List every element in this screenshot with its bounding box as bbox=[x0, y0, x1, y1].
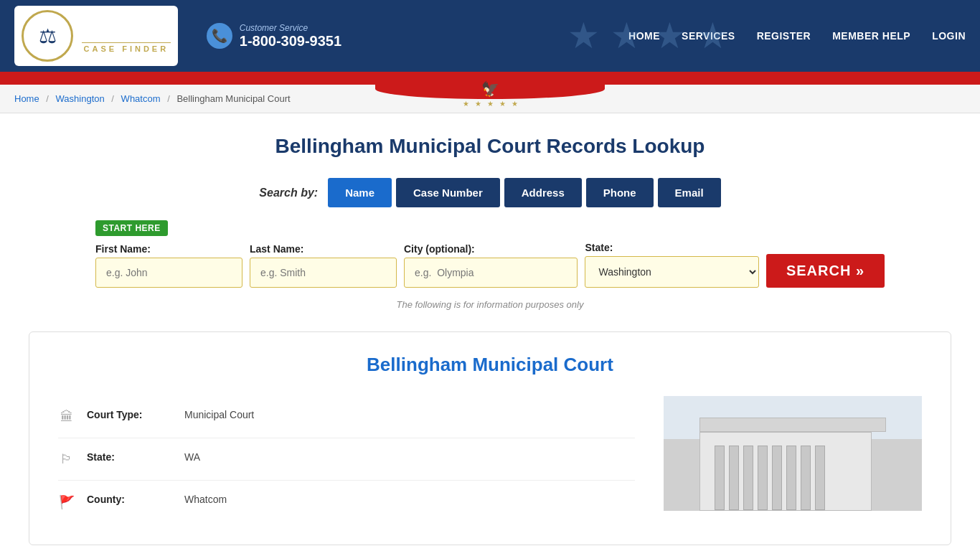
breadcrumb-sep: / bbox=[111, 93, 114, 104]
search-by-label: Search by: bbox=[259, 187, 318, 199]
customer-service-area: 📞 Customer Service 1-800-309-9351 bbox=[207, 23, 341, 50]
column bbox=[743, 446, 753, 510]
last-name-group: Last Name: bbox=[250, 243, 397, 288]
phone-text-block: Customer Service 1-800-309-9351 bbox=[240, 23, 341, 50]
building-icon: 🏛 bbox=[58, 410, 75, 425]
court-type-label: Court Type: bbox=[87, 409, 173, 420]
map-icon: 🚩 bbox=[58, 494, 75, 510]
column bbox=[772, 446, 782, 510]
eagle-emblem: 🦅 ★ ★ ★ ★ ★ bbox=[375, 79, 605, 99]
court-type-value: Municipal Court bbox=[184, 409, 254, 420]
star-icon: ★ bbox=[611, 15, 643, 57]
breadcrumb-current: Bellingham Municipal Court bbox=[176, 93, 290, 104]
star-icon: ★ bbox=[567, 15, 600, 57]
breadcrumb-sep: / bbox=[167, 93, 170, 104]
tab-phone[interactable]: Phone bbox=[586, 178, 654, 207]
scales-icon: ⚖ bbox=[39, 24, 57, 48]
nav-register[interactable]: REGISTER bbox=[757, 30, 811, 42]
logo-court-text: COURT bbox=[82, 19, 171, 42]
search-by-row: Search by: Name Case Number Address Phon… bbox=[259, 178, 720, 207]
first-name-group: First Name: bbox=[95, 243, 242, 288]
column bbox=[786, 446, 796, 510]
logo-text: COURT CASE FINDER bbox=[82, 19, 171, 53]
search-form-section: START HERE First Name: Last Name: City (… bbox=[95, 220, 885, 288]
star-small-icon: ★ bbox=[487, 100, 494, 108]
city-group: City (optional): bbox=[404, 243, 578, 288]
info-row-county: 🚩 County: Whatcom bbox=[58, 481, 635, 523]
breadcrumb-state[interactable]: Washington bbox=[56, 93, 105, 104]
info-details: 🏛 Court Type: Municipal Court 🏳 State: W… bbox=[58, 396, 635, 523]
star-icon: ★ bbox=[697, 15, 729, 57]
city-label: City (optional): bbox=[404, 243, 578, 255]
start-here-badge: START HERE bbox=[95, 220, 168, 236]
info-row-state: 🏳 State: WA bbox=[58, 438, 635, 481]
breadcrumb-sep: / bbox=[46, 93, 49, 104]
eagle-icon: 🦅 bbox=[481, 80, 499, 98]
building-top bbox=[699, 418, 886, 432]
state-info-label: State: bbox=[87, 451, 173, 463]
building-body bbox=[699, 432, 872, 511]
column bbox=[715, 446, 725, 510]
state-select[interactable]: AlabamaAlaskaArizonaArkansasCaliforniaCo… bbox=[585, 256, 758, 288]
columns-row bbox=[700, 446, 871, 510]
search-button[interactable]: SEARCH » bbox=[766, 254, 885, 288]
county-value: Whatcom bbox=[184, 494, 227, 505]
tab-name[interactable]: Name bbox=[328, 178, 392, 207]
main-content: Bellingham Municipal Court Records Looku… bbox=[0, 113, 980, 551]
last-name-label: Last Name: bbox=[250, 243, 397, 255]
first-name-label: First Name: bbox=[95, 243, 242, 255]
column bbox=[729, 446, 739, 510]
first-name-input[interactable] bbox=[95, 258, 242, 288]
site-logo[interactable]: ⚖ COURT CASE FINDER bbox=[14, 6, 178, 66]
info-box: Bellingham Municipal Court 🏛 Court Type:… bbox=[29, 331, 951, 545]
county-label: County: bbox=[87, 494, 173, 505]
state-info-value: WA bbox=[184, 451, 200, 463]
breadcrumb-home[interactable]: Home bbox=[14, 93, 39, 104]
state-group: State: AlabamaAlaskaArizonaArkansasCalif… bbox=[585, 242, 758, 288]
column bbox=[758, 446, 768, 510]
form-row: First Name: Last Name: City (optional): … bbox=[95, 242, 885, 288]
last-name-input[interactable] bbox=[250, 258, 397, 288]
info-row-court-type: 🏛 Court Type: Municipal Court bbox=[58, 396, 635, 438]
city-input[interactable] bbox=[404, 258, 578, 288]
star-small-icon: ★ bbox=[475, 100, 481, 108]
info-grid: 🏛 Court Type: Municipal Court 🏳 State: W… bbox=[58, 396, 922, 523]
nav-login[interactable]: LOGIN bbox=[932, 30, 966, 42]
flag-icon: 🏳 bbox=[58, 452, 75, 467]
column bbox=[815, 446, 825, 510]
page-title: Bellingham Municipal Court Records Looku… bbox=[29, 135, 951, 158]
disclaimer-text: The following is for information purpose… bbox=[397, 299, 584, 310]
state-label: State: bbox=[585, 242, 758, 253]
customer-service-label: Customer Service bbox=[240, 23, 341, 33]
tab-address[interactable]: Address bbox=[504, 178, 582, 207]
header-wave-decoration: 🦅 ★ ★ ★ ★ ★ bbox=[0, 72, 980, 85]
logo-case-finder-text: CASE FINDER bbox=[82, 42, 171, 53]
phone-number: 1-800-309-9351 bbox=[240, 33, 341, 50]
info-box-title: Bellingham Municipal Court bbox=[58, 354, 922, 376]
star-icon: ★ bbox=[654, 15, 686, 57]
phone-icon: 📞 bbox=[207, 23, 232, 49]
star-small-icon: ★ bbox=[499, 100, 506, 108]
courthouse-image bbox=[664, 396, 922, 511]
logo-circle-emblem: ⚖ bbox=[22, 10, 73, 62]
nav-member-help[interactable]: MEMBER HELP bbox=[832, 30, 910, 42]
column bbox=[801, 446, 811, 510]
star-small-icon: ★ bbox=[512, 100, 518, 108]
breadcrumb-county[interactable]: Whatcom bbox=[121, 93, 161, 104]
star-small-icon: ★ bbox=[463, 100, 469, 108]
search-area: Search by: Name Case Number Address Phon… bbox=[29, 178, 951, 310]
header-stars-decoration: ★ ★ ★ ★ bbox=[567, 0, 729, 72]
site-header: ★ ★ ★ ★ ⚖ COURT CASE FINDER 📞 Customer S… bbox=[0, 0, 980, 72]
tab-email[interactable]: Email bbox=[658, 178, 721, 207]
tab-case-number[interactable]: Case Number bbox=[396, 178, 500, 207]
